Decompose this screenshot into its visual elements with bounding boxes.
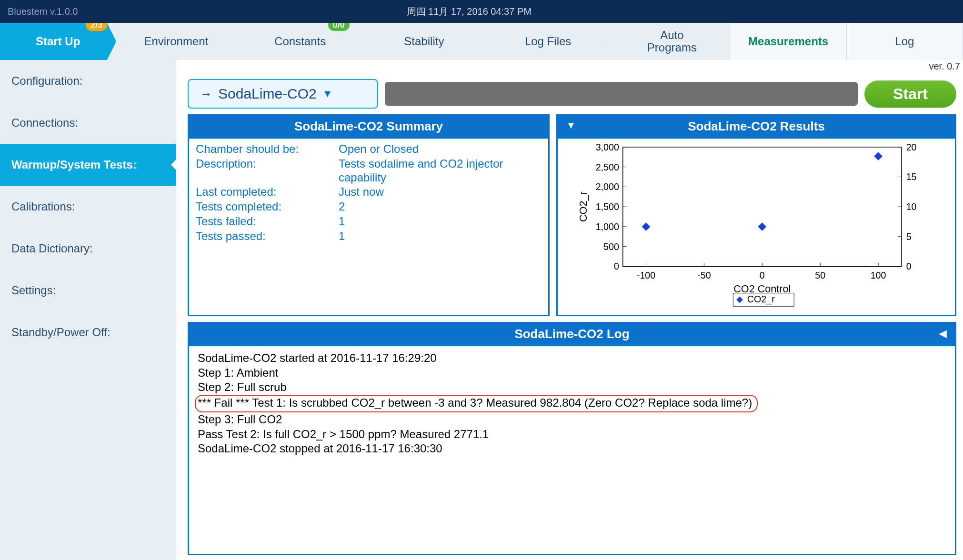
summary-k-last: Last completed:: [196, 185, 339, 199]
start-button[interactable]: Start: [864, 80, 956, 108]
svg-text:0: 0: [614, 261, 619, 271]
svg-marker-37: [642, 222, 651, 231]
tab-stability-label: Stability: [404, 35, 444, 48]
log-line: Step 2: Full scrub: [198, 380, 946, 395]
results-panel: ▼ SodaLime-CO2 Results 05001,0001,5002,0…: [556, 114, 956, 316]
app-title: Bluestem v.1.0.0: [8, 6, 78, 17]
svg-text:-100: -100: [637, 270, 655, 280]
log-panel: SodaLime-CO2 Log ◀ SodaLime-CO2 started …: [188, 322, 956, 555]
summary-k-tp: Tests passed:: [196, 230, 339, 243]
summary-v-last: Just now: [339, 185, 542, 199]
svg-text:2,500: 2,500: [596, 162, 619, 172]
navbar: Start Up 2/3 Environment Constants 0/0 S…: [0, 23, 963, 60]
sidebar-item-data-dictionary[interactable]: Data Dictionary:: [0, 228, 176, 270]
toprow: → SodaLime-CO2▼ Start: [188, 79, 956, 109]
summary-panel: SodaLime-CO2 Summary Chamber should be: …: [188, 114, 550, 316]
content: ver. 0.7 → SodaLime-CO2▼ Start SodaLime-…: [176, 60, 963, 560]
sidebar-item-label: Configuration:: [11, 74, 82, 87]
log-line: SodaLime-CO2 stopped at 2016-11-17 16:30…: [198, 441, 946, 456]
summary-k-chamber: Chamber should be:: [196, 142, 339, 156]
log-header-label: SodaLime-CO2 Log: [514, 327, 629, 341]
svg-text:2,000: 2,000: [596, 181, 619, 192]
tab-startup[interactable]: Start Up 2/3: [0, 23, 116, 60]
svg-rect-0: [623, 147, 902, 267]
caret-down-icon: ▼: [566, 120, 576, 131]
results-header[interactable]: ▼ SodaLime-CO2 Results: [558, 114, 955, 139]
sidebar-item-calibrations[interactable]: Calibrations:: [0, 186, 176, 228]
log-line-fail: *** Fail *** Test 1: Is scrubbed CO2_r b…: [195, 395, 758, 412]
tab-measurements-label: Measurements: [748, 35, 828, 48]
log-line: SodaLime-CO2 started at 2016-11-17 16:29…: [198, 351, 946, 366]
test-select-label: SodaLime-CO2: [218, 86, 317, 102]
svg-marker-39: [874, 152, 883, 160]
tab-startup-label: Start Up: [36, 35, 80, 48]
summary-v-tf: 1: [339, 215, 542, 229]
panels: SodaLime-CO2 Summary Chamber should be: …: [188, 114, 956, 316]
results-chart: 05001,0001,5002,0002,5003,00005101520-10…: [558, 139, 955, 315]
log-line: Step 3: Full CO2: [198, 412, 946, 427]
sidebar-item-label: Calibrations:: [11, 200, 75, 213]
svg-text:15: 15: [906, 171, 917, 182]
svg-text:3,000: 3,000: [596, 142, 619, 152]
results-header-label: SodaLime-CO2 Results: [688, 119, 825, 133]
sidebar: Configuration: Connections: Warmup/Syste…: [0, 60, 176, 560]
svg-text:50: 50: [815, 270, 825, 280]
sidebar-item-settings[interactable]: Settings:: [0, 270, 176, 311]
summary-v-tc: 2: [339, 200, 542, 214]
svg-text:-50: -50: [697, 270, 711, 280]
summary-header: SodaLime-CO2 Summary: [189, 114, 548, 139]
tab-log[interactable]: Log: [847, 23, 963, 60]
log-header[interactable]: SodaLime-CO2 Log ◀: [189, 322, 955, 346]
sidebar-item-configuration[interactable]: Configuration:: [0, 60, 176, 102]
tab-measurements[interactable]: Measurements: [731, 23, 847, 60]
sidebar-item-label: Connections:: [11, 116, 78, 129]
tab-autoprograms-l2: Programs: [647, 41, 697, 54]
svg-text:0: 0: [760, 270, 765, 280]
summary-v-tp: 1: [339, 230, 542, 243]
tab-environment[interactable]: Environment: [109, 23, 234, 60]
svg-marker-38: [758, 222, 766, 231]
svg-text:0: 0: [906, 261, 912, 271]
sidebar-item-label: Settings:: [11, 284, 56, 297]
log-line: Step 1: Ambient: [198, 366, 946, 380]
tab-logfiles[interactable]: Log Files: [481, 23, 606, 60]
sidebar-item-label: Standby/Power Off:: [11, 326, 110, 339]
tab-environment-label: Environment: [144, 35, 209, 48]
summary-v-chamber: Open or Closed: [339, 142, 542, 156]
version-label: ver. 0.7: [929, 61, 960, 72]
tab-constants[interactable]: Constants 0/0: [233, 23, 359, 60]
summary-v-desc: Tests sodalime and CO2 injector capabili…: [339, 157, 542, 185]
sidebar-item-connections[interactable]: Connections:: [0, 102, 176, 144]
tab-log-label: Log: [895, 35, 914, 48]
log-line: Pass Test 2: Is full CO2_r > 1500 ppm? M…: [198, 427, 946, 442]
svg-text:10: 10: [906, 201, 917, 212]
tab-autoprograms-l1: Auto: [660, 29, 683, 41]
svg-text:1,000: 1,000: [596, 221, 619, 232]
svg-text:CO2_r: CO2_r: [747, 294, 775, 305]
caret-right-icon: ◀: [939, 328, 946, 339]
svg-text:100: 100: [871, 270, 886, 280]
log-body: SodaLime-CO2 started at 2016-11-17 16:29…: [189, 346, 955, 461]
sidebar-item-label: Warmup/System Tests:: [11, 158, 137, 171]
sidebar-item-standby-poweroff[interactable]: Standby/Power Off:: [0, 311, 176, 353]
clock: 周四 11月 17, 2016 04:37 PM: [78, 5, 860, 18]
summary-k-desc: Description:: [196, 157, 339, 185]
svg-text:5: 5: [906, 231, 912, 242]
summary-k-tc: Tests completed:: [196, 200, 339, 214]
start-button-label: Start: [893, 85, 928, 102]
sidebar-item-label: Data Dictionary:: [11, 242, 93, 255]
arrow-right-icon: →: [200, 87, 212, 101]
sidebar-item-warmup-system-tests[interactable]: Warmup/System Tests:: [0, 144, 176, 186]
svg-text:500: 500: [603, 241, 619, 252]
test-select[interactable]: → SodaLime-CO2▼: [188, 79, 378, 109]
tab-logfiles-label: Log Files: [525, 35, 571, 48]
tab-autoprograms[interactable]: Auto Programs: [604, 23, 730, 60]
tab-stability[interactable]: Stability: [357, 23, 482, 60]
topbar: Bluestem v.1.0.0 周四 11月 17, 2016 04:37 P…: [0, 0, 963, 23]
svg-marker-41: [736, 297, 743, 303]
svg-text:CO2 Control: CO2 Control: [733, 283, 791, 295]
svg-text:20: 20: [906, 142, 917, 152]
summary-body: Chamber should be: Open or Closed Descri…: [189, 139, 548, 252]
tab-constants-label: Constants: [274, 35, 326, 48]
summary-k-tf: Tests failed:: [196, 215, 339, 229]
